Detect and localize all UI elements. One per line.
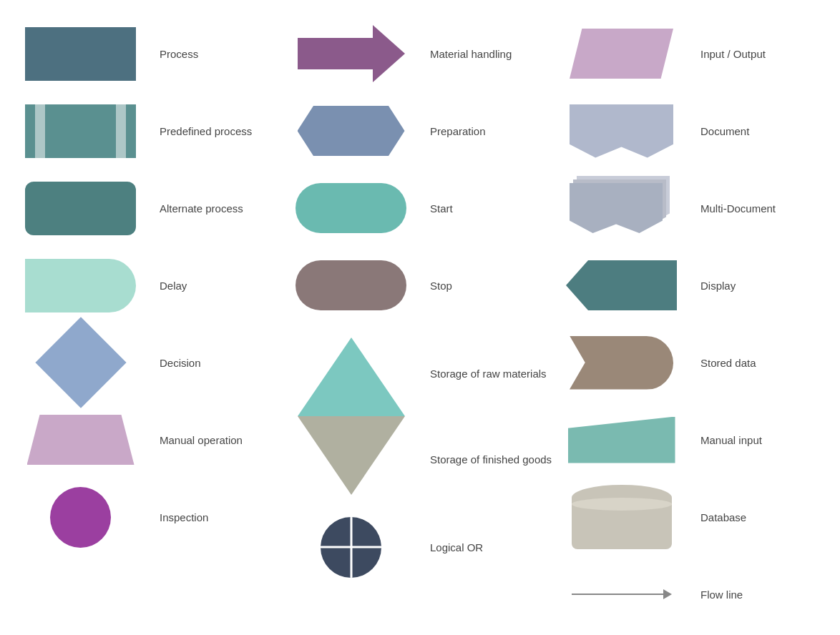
display-shape xyxy=(566,260,677,310)
alternate-process-shape xyxy=(25,182,136,235)
logical-or-shape xyxy=(321,517,381,578)
item-storage-pair: Storage of raw materials Storage of fini… xyxy=(285,330,555,502)
item-manual-input: Manual input xyxy=(555,408,826,472)
shape-delay-container xyxy=(14,259,147,312)
item-preparation: Preparation xyxy=(285,99,555,163)
item-stop: Stop xyxy=(285,253,555,318)
shape-input-output-container xyxy=(555,29,688,79)
shape-process-container xyxy=(14,27,147,81)
logical-or-label: Logical OR xyxy=(430,541,483,553)
storage-raw-shape xyxy=(298,338,405,416)
delay-label: Delay xyxy=(160,280,187,292)
material-handling-shape xyxy=(298,25,405,82)
shape-manual-input-container xyxy=(555,417,688,463)
item-input-output: Input / Output xyxy=(555,21,826,86)
column-3: Input / Output Document Multi-Document xyxy=(555,21,826,635)
stored-data-shape xyxy=(570,336,673,390)
inspection-shape xyxy=(50,487,111,548)
decision-label: Decision xyxy=(160,357,201,369)
legend-grid: Process Predefined process Alternate pro… xyxy=(14,21,826,635)
delay-shape xyxy=(25,259,136,312)
process-label: Process xyxy=(160,48,198,60)
storage-raw-label: Storage of raw materials xyxy=(430,368,552,380)
item-stored-data: Stored data xyxy=(555,330,826,395)
item-process: Process xyxy=(14,21,285,86)
item-predefined-process: Predefined process xyxy=(14,99,285,163)
display-label: Display xyxy=(700,280,736,292)
storage-finished-shape xyxy=(298,416,405,495)
stored-data-label: Stored data xyxy=(700,357,756,369)
multi-document-shape xyxy=(570,176,673,240)
item-decision: Decision xyxy=(14,330,285,395)
shape-alternate-container xyxy=(14,182,147,235)
manual-operation-shape xyxy=(27,415,135,465)
item-multi-document: Multi-Document xyxy=(555,176,826,240)
shape-preparation-container xyxy=(285,106,417,156)
item-logical-or: Logical OR xyxy=(285,515,555,579)
item-database: Database xyxy=(555,485,826,549)
column-2: Material handling Preparation Start Stop xyxy=(285,21,555,635)
shape-database-container xyxy=(555,485,688,549)
shape-document-container xyxy=(555,104,688,158)
stop-shape xyxy=(296,260,406,310)
database-shape xyxy=(572,485,672,549)
item-inspection: Inspection xyxy=(14,485,285,549)
item-material-handling: Material handling xyxy=(285,21,555,86)
storage-pair-container xyxy=(285,330,417,502)
input-output-label: Input / Output xyxy=(700,48,766,60)
column-1: Process Predefined process Alternate pro… xyxy=(14,21,285,635)
material-handling-label: Material handling xyxy=(430,48,512,60)
manual-input-shape xyxy=(568,417,675,463)
shape-decision-container xyxy=(14,330,147,395)
manual-operation-label: Manual operation xyxy=(160,434,243,446)
document-shape xyxy=(570,104,673,158)
shape-stop-container xyxy=(285,260,417,310)
item-start: Start xyxy=(285,176,555,240)
preparation-label: Preparation xyxy=(430,125,486,137)
item-alternate-process: Alternate process xyxy=(14,176,285,240)
input-output-shape xyxy=(570,29,673,79)
document-label: Document xyxy=(700,125,749,137)
predefined-process-label: Predefined process xyxy=(160,125,252,137)
stop-label: Stop xyxy=(430,280,452,292)
alternate-process-label: Alternate process xyxy=(160,202,243,215)
shape-material-handling-container xyxy=(285,25,417,82)
item-document: Document xyxy=(555,99,826,163)
item-flow-line: Flow line xyxy=(555,562,826,626)
flow-line-label: Flow line xyxy=(700,589,743,601)
process-shape xyxy=(25,27,136,81)
inspection-label: Inspection xyxy=(160,511,208,523)
shape-stored-data-container xyxy=(555,336,688,390)
preparation-shape xyxy=(298,106,405,156)
shape-multi-doc-container xyxy=(555,176,688,240)
shape-manual-op-container xyxy=(14,415,147,465)
predefined-process-shape xyxy=(25,104,136,158)
multi-document-label: Multi-Document xyxy=(700,202,776,215)
shape-predefined-container xyxy=(14,104,147,158)
item-delay: Delay xyxy=(14,253,285,318)
shape-display-container xyxy=(555,260,688,310)
shape-start-container xyxy=(285,183,417,233)
manual-input-label: Manual input xyxy=(700,434,762,446)
start-label: Start xyxy=(430,202,453,215)
decision-shape xyxy=(35,317,126,408)
shape-flow-line-container xyxy=(555,589,688,599)
shape-inspection-container xyxy=(14,487,147,548)
database-label: Database xyxy=(700,511,746,523)
item-display: Display xyxy=(555,253,826,318)
flow-line-shape xyxy=(572,589,672,599)
shape-logical-or-container xyxy=(285,517,417,578)
item-manual-operation: Manual operation xyxy=(14,408,285,472)
storage-finished-label: Storage of finished goods xyxy=(430,453,552,466)
start-shape xyxy=(296,183,406,233)
